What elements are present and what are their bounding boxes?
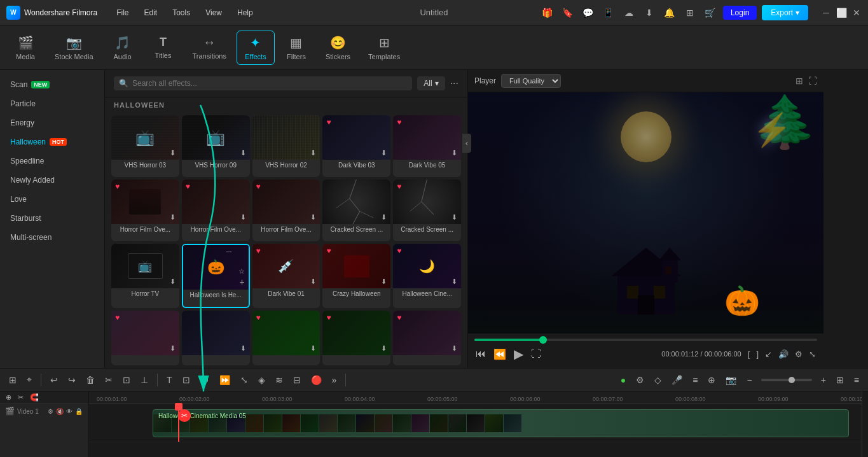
magnet-button[interactable]: 🧲 (28, 393, 41, 402)
color-button[interactable]: 🔴 (307, 372, 326, 388)
track-button[interactable]: ⊕ (704, 372, 719, 388)
effect-card-8[interactable]: ♥ ⬇ Horror Film Ove... (252, 179, 320, 241)
undo-button[interactable]: ↩ (46, 372, 62, 388)
tool-media[interactable]: 🎬 Media (6, 31, 45, 64)
star-icon-12[interactable]: ☆ (238, 267, 245, 276)
progress-thumb[interactable] (539, 336, 547, 344)
add-track-button[interactable]: ⊕ (4, 393, 13, 402)
login-button[interactable]: Login (723, 6, 757, 20)
playhead[interactable] (178, 404, 179, 442)
download-icon-5[interactable]: ⬇ (451, 149, 457, 157)
mask-button[interactable]: ◈ (254, 372, 269, 388)
effect-card-6[interactable]: ♥ ⬇ Horror Film Ove... (111, 179, 179, 241)
text-button[interactable]: T (163, 372, 176, 388)
download-icon[interactable]: ⬇ (642, 5, 657, 20)
download-icon-8[interactable]: ⬇ (310, 213, 316, 221)
progress-bar[interactable] (474, 339, 817, 341)
ripple-edit-button[interactable]: ⌖ (23, 372, 36, 388)
redo-button[interactable]: ↪ (64, 372, 79, 388)
tool-transitions[interactable]: ↔ Transitions (185, 31, 234, 64)
download-icon-1[interactable]: ⬇ (170, 149, 176, 157)
effects-button[interactable]: ◇ (651, 372, 665, 388)
video-clip[interactable]: Halloween Cinematic Media 05 (153, 409, 849, 437)
quality-select[interactable]: Full Quality 1/2 Quality 1/4 Quality (501, 74, 561, 88)
tool-stock-media[interactable]: 📷 Stock Media (47, 31, 101, 64)
mark-in-button[interactable]: [ (747, 348, 752, 360)
download-icon-15[interactable]: ⬇ (451, 278, 457, 286)
effect-card-12[interactable]: 🎃 ··· ☆ + Halloween Is He... (182, 244, 250, 308)
tool-titles[interactable]: T Titles (144, 32, 183, 63)
grid-timeline-button[interactable]: ⊞ (832, 372, 848, 388)
timer-button[interactable]: ⏱ (196, 372, 213, 388)
sidebar-item-particle[interactable]: Particle (0, 94, 104, 113)
tool-audio[interactable]: 🎵 Audio (104, 31, 142, 64)
zoom-out-button[interactable]: − (743, 372, 755, 388)
expand-button[interactable]: ⤡ (808, 348, 817, 360)
gift-icon[interactable]: 🎁 (540, 5, 555, 20)
delete-button[interactable]: 🗑 (82, 372, 99, 388)
effect-card-7[interactable]: ♥ ⬇ Horror Film Ove... (182, 179, 250, 241)
menu-help[interactable]: Help (231, 6, 259, 20)
effect-card-1[interactable]: 📺 ⬇ VHS Horror 03 (111, 115, 179, 177)
bookmark-icon[interactable]: 🔖 (560, 5, 575, 20)
phone-icon[interactable]: 📱 (601, 5, 616, 20)
zoom-thumb[interactable] (789, 377, 795, 383)
snapshot-icon[interactable]: ↙ (764, 348, 773, 360)
sidebar-item-energy[interactable]: Energy (0, 113, 104, 132)
more-edit-button[interactable]: » (328, 372, 341, 388)
color-correct-button[interactable]: ⚙ (632, 372, 648, 388)
maximize-button[interactable]: ⬜ (836, 8, 846, 18)
track-mute-btn[interactable]: 🔇 (55, 407, 64, 416)
menu-file[interactable]: File (110, 6, 135, 20)
effect-card-20[interactable]: ♥ ⬇ (393, 311, 461, 365)
effect-card-2[interactable]: 📺 ⬇ VHS Horror 09 (182, 115, 250, 177)
sidebar-collapse-button[interactable]: ‹ (462, 134, 471, 153)
cut-button[interactable]: ✂ (101, 372, 116, 388)
grid-icon[interactable]: ⊞ (682, 5, 698, 20)
play-button[interactable]: ▶ (513, 345, 525, 363)
download-icon-2[interactable]: ⬇ (240, 149, 246, 157)
step-back-button[interactable]: ⏪ (492, 347, 507, 362)
settings-timeline-button[interactable]: ≡ (850, 372, 863, 388)
add-icon-12[interactable]: + (239, 277, 244, 287)
more-options-button[interactable]: ··· (450, 78, 458, 89)
zoom-in-button[interactable]: + (817, 372, 830, 388)
track-visible-btn[interactable]: 👁 (65, 407, 73, 416)
download-icon-6[interactable]: ⬇ (170, 213, 176, 221)
download-icon-11[interactable]: ⬇ (170, 278, 176, 286)
feedback-icon[interactable]: 💬 (581, 5, 596, 20)
sidebar-item-scan[interactable]: Scan NEW (0, 75, 104, 94)
tool-filters[interactable]: ▦ Filters (277, 31, 315, 64)
download-icon-7[interactable]: ⬇ (240, 213, 246, 221)
close-button[interactable]: ✕ (851, 8, 862, 18)
track-lock-btn[interactable]: 🔒 (74, 407, 83, 416)
tool-effects[interactable]: ✦ Effects (237, 31, 275, 65)
menu-tools[interactable]: Tools (166, 6, 196, 20)
effect-card-13[interactable]: ♥ 💉 ⬇ Dark Vibe 01 (252, 244, 320, 308)
full-screen-button[interactable]: ⛶ (530, 347, 542, 361)
tool-stickers[interactable]: 😊 Stickers (318, 31, 358, 64)
effect-card-19[interactable]: ♥ ⬇ (322, 311, 390, 365)
crop-button[interactable]: ⊡ (119, 372, 134, 388)
effect-card-3[interactable]: ⬇ VHS Horror 02 (252, 115, 320, 177)
more-icon-12[interactable]: ··· (226, 248, 231, 255)
download-icon-16[interactable]: ⬇ (170, 344, 176, 353)
effect-card-5[interactable]: ♥ ⬇ Dark Vibe 05 (393, 115, 461, 177)
cloud-icon[interactable]: ☁ (621, 5, 637, 20)
minimize-button[interactable]: ─ (821, 8, 831, 18)
download-icon-18[interactable]: ⬇ (310, 344, 316, 353)
download-icon-9[interactable]: ⬇ (381, 213, 387, 221)
settings-icon[interactable]: ⚙ (794, 348, 804, 360)
sidebar-item-love[interactable]: Love (0, 190, 104, 209)
download-icon-14[interactable]: ⬇ (381, 278, 387, 286)
sidebar-item-speedline[interactable]: Speedline (0, 151, 104, 171)
snapshot-btn[interactable]: 📷 (722, 372, 740, 388)
split-button[interactable]: ⊥ (137, 372, 152, 388)
effect-card-11[interactable]: 📺 ⬇ Horror TV (111, 244, 179, 308)
search-input[interactable] (132, 79, 407, 88)
effect-card-9[interactable]: ⬇ Cracked Screen ... (322, 179, 390, 241)
sidebar-item-multi-screen[interactable]: Multi-screen (0, 228, 104, 247)
sidebar-item-starburst[interactable]: Starburst (0, 209, 104, 228)
filter-button[interactable]: All ▾ (417, 76, 444, 90)
effect-card-15[interactable]: ♥ 🌙 ⬇ Halloween Cine... (393, 244, 461, 308)
